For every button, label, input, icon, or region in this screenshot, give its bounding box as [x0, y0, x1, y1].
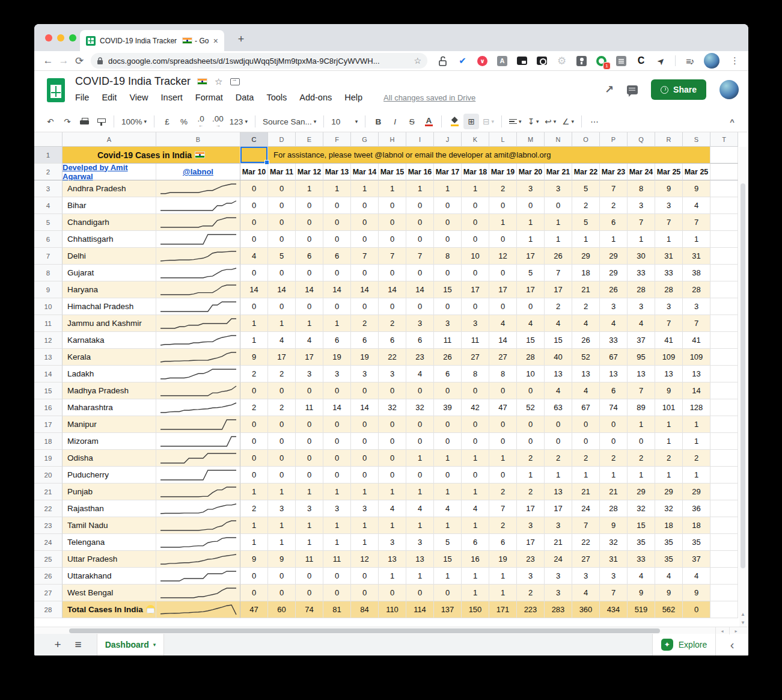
cell-value[interactable]: 9 [268, 551, 296, 568]
row-header-14[interactable]: 14 [34, 366, 63, 382]
cell-value[interactable]: 3 [600, 568, 628, 585]
cell-value[interactable]: 3 [379, 534, 406, 551]
cell-value[interactable]: 3 [323, 500, 351, 517]
cell-value[interactable]: 0 [379, 197, 406, 214]
scroll-left-icon[interactable]: ◂ [715, 627, 729, 634]
insights-icon[interactable]: ↗ [605, 83, 614, 96]
cell-value[interactable]: 2 [600, 197, 628, 214]
cell-value[interactable]: 5 [268, 248, 296, 265]
cell-value[interactable]: 32 [628, 500, 655, 517]
cell-value[interactable]: 7 [572, 517, 600, 534]
cell-value[interactable]: 4 [545, 382, 572, 399]
horizontal-scrollbar[interactable]: ◂ ▸ [34, 627, 748, 634]
cell-value[interactable]: 31 [683, 248, 710, 265]
cell-value[interactable]: 4 [240, 248, 268, 265]
forward-button[interactable]: → [56, 53, 72, 69]
cell-value[interactable]: 0 [240, 467, 268, 484]
cell-value[interactable]: 0 [406, 298, 434, 315]
column-header-Q[interactable]: Q [628, 132, 655, 147]
cell-value[interactable]: 0 [296, 197, 323, 214]
cell-value[interactable]: 3 [628, 197, 655, 214]
cell-value[interactable]: 1 [683, 433, 710, 450]
sheet-tab-dashboard[interactable]: Dashboard▾ [97, 634, 164, 655]
cell-value[interactable]: 0 [296, 298, 323, 315]
row-header-28[interactable]: 28 [34, 601, 63, 618]
cell-value[interactable]: 24 [545, 551, 572, 568]
cell-value[interactable]: 8 [489, 366, 517, 382]
cell-value[interactable]: 7 [489, 500, 517, 517]
cell-value[interactable]: 0 [545, 433, 572, 450]
cell-value[interactable]: 1 [268, 315, 296, 332]
cell-value[interactable]: 5 [572, 180, 600, 197]
cell-value[interactable]: 0 [323, 214, 351, 231]
cell-value[interactable]: 7 [655, 315, 683, 332]
cell-value[interactable]: 7 [628, 382, 655, 399]
decrease-decimals-button[interactable]: .0← [193, 114, 209, 129]
cell-value[interactable]: 17 [517, 534, 545, 551]
cell-value[interactable]: 0 [379, 265, 406, 281]
cell-state-name[interactable]: Karnataka [63, 332, 156, 349]
comments-icon[interactable] [627, 85, 638, 94]
cell-sparkline[interactable] [156, 382, 240, 399]
cell-value[interactable]: 28 [628, 281, 655, 298]
cell-value[interactable]: 41 [655, 332, 683, 349]
cell-value[interactable]: 2 [545, 450, 572, 467]
cell-value[interactable]: 2 [600, 450, 628, 467]
check-extension-icon[interactable]: ✔ [457, 55, 468, 67]
cell-value[interactable]: 23 [517, 551, 545, 568]
row-header-10[interactable]: 10 [34, 298, 63, 315]
cell-T21[interactable] [710, 484, 738, 500]
lightbulb-extension-icon[interactable] [576, 55, 587, 67]
cell-value[interactable]: 1 [296, 534, 323, 551]
cell-value[interactable]: 0 [434, 298, 462, 315]
column-header-L[interactable]: L [489, 132, 517, 147]
browser-profile-avatar[interactable] [704, 53, 719, 69]
cell-state-name[interactable]: Mizoram [63, 433, 156, 450]
strikethrough-button[interactable]: S [404, 114, 420, 129]
cell-D1-note[interactable]: For assistance, please tweet @labnol or … [268, 147, 710, 164]
cell-C1-selected[interactable] [240, 147, 268, 164]
cell-value[interactable]: 0 [628, 433, 655, 450]
cell-value[interactable]: 6 [434, 366, 462, 382]
cell-value[interactable]: 1 [600, 231, 628, 248]
cell-value[interactable]: 9 [240, 349, 268, 366]
cell-total-value[interactable]: 283 [545, 601, 572, 618]
increase-decimals-button[interactable]: .00→ [210, 114, 226, 129]
cell-value[interactable]: 14 [268, 281, 296, 298]
column-header-P[interactable]: P [600, 132, 628, 147]
cell-value[interactable]: 9 [683, 585, 710, 601]
cell-value[interactable]: 4 [683, 197, 710, 214]
cell-state-name[interactable]: Gujarat [63, 265, 156, 281]
cell-value[interactable]: 2 [240, 399, 268, 416]
cell-value[interactable]: 1 [296, 517, 323, 534]
cell-date-8[interactable]: Mar 18 [462, 164, 489, 180]
cell-value[interactable]: 2 [545, 298, 572, 315]
cell-value[interactable]: 1 [379, 180, 406, 197]
cell-value[interactable]: 13 [572, 366, 600, 382]
cell-sparkline[interactable] [156, 315, 240, 332]
cell-value[interactable]: 3 [379, 366, 406, 382]
cell-value[interactable]: 1 [655, 231, 683, 248]
cell-date-4[interactable]: Mar 14 [351, 164, 379, 180]
cell-value[interactable]: 4 [406, 500, 434, 517]
cell-value[interactable]: 9 [655, 585, 683, 601]
cell-value[interactable]: 4 [406, 366, 434, 382]
pocket-extension-icon[interactable]: ∨ [477, 55, 488, 67]
cell-total-value[interactable]: 223 [517, 601, 545, 618]
row-header-27[interactable]: 27 [34, 585, 63, 601]
cell-value[interactable]: 4 [379, 500, 406, 517]
cell-value[interactable]: 0 [323, 416, 351, 433]
cell-value[interactable]: 31 [655, 248, 683, 265]
cell-value[interactable]: 11 [434, 332, 462, 349]
cell-value[interactable]: 17 [296, 349, 323, 366]
cell-value[interactable]: 0 [240, 231, 268, 248]
cell-value[interactable]: 29 [572, 248, 600, 265]
cell-value[interactable]: 0 [434, 382, 462, 399]
cell-value[interactable]: 0 [268, 298, 296, 315]
cell-value[interactable]: 2 [379, 315, 406, 332]
cell-value[interactable]: 0 [296, 450, 323, 467]
cell-sparkline[interactable] [156, 534, 240, 551]
font-select[interactable]: Source San...▾ [260, 114, 319, 129]
cell-value[interactable]: 11 [323, 551, 351, 568]
cell-state-name[interactable]: Odisha [63, 450, 156, 467]
